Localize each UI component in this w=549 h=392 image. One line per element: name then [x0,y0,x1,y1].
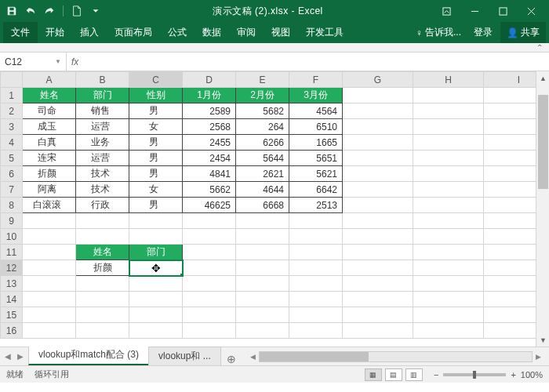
cell[interactable] [289,260,343,276]
cell[interactable] [343,245,413,260]
cell[interactable] [23,292,76,307]
row-header[interactable]: 10 [1,229,23,245]
cell[interactable] [236,213,289,229]
zoom-control[interactable]: − + 100% [434,370,543,379]
cell[interactable]: 6642 [289,182,343,198]
cell[interactable]: 姓名 [23,88,76,103]
cell[interactable] [76,323,129,339]
row-header[interactable]: 8 [1,198,23,213]
minimize-icon[interactable] [461,0,488,22]
cell[interactable] [413,88,484,103]
page-layout-view-icon[interactable]: ▤ [385,368,402,381]
tab-developer[interactable]: 开发工具 [298,22,351,43]
new-sheet-icon[interactable]: ⊕ [220,353,242,365]
tab-data[interactable]: 数据 [195,22,229,43]
cell[interactable]: 运营 [76,151,129,166]
cell[interactable]: 2589 [183,103,236,119]
new-icon[interactable] [70,4,84,18]
cell[interactable] [23,245,76,260]
cell[interactable] [343,103,413,119]
column-header[interactable]: H [413,72,484,88]
cell[interactable]: 女 [129,119,183,135]
cell[interactable] [23,213,76,229]
tab-view[interactable]: 视图 [264,22,298,43]
formula-input[interactable] [83,53,549,71]
cell[interactable] [76,276,129,292]
cell[interactable]: 男 [129,198,183,213]
cell[interactable] [183,292,236,307]
cell[interactable]: 部门 [129,245,183,260]
cell[interactable] [23,229,76,245]
cell[interactable] [343,229,413,245]
sheet-tab[interactable]: vlookup和 ... [148,347,221,365]
sheet-nav[interactable]: ◀▶ [0,352,28,361]
cell[interactable] [343,292,413,307]
cell[interactable]: 4841 [183,166,236,182]
cell[interactable]: 行政 [76,198,129,213]
cell[interactable] [343,119,413,135]
cell[interactable]: 5621 [289,166,343,182]
cell[interactable]: 6266 [236,135,289,151]
cell[interactable] [183,307,236,323]
cell[interactable] [289,292,343,307]
cell[interactable]: 司命 [23,103,76,119]
cell[interactable]: 折颜 [76,260,129,276]
cell[interactable] [413,245,484,260]
cell[interactable] [413,292,484,307]
cell[interactable]: 264 [236,119,289,135]
cell[interactable]: 运营 [76,119,129,135]
cell[interactable] [129,323,183,339]
cell[interactable] [413,119,484,135]
cell[interactable] [23,307,76,323]
row-header[interactable]: 15 [1,307,23,323]
cell[interactable] [129,307,183,323]
cell[interactable] [129,213,183,229]
cell[interactable] [289,245,343,260]
cell[interactable] [76,292,129,307]
column-header[interactable]: E [236,72,289,88]
cell[interactable] [236,292,289,307]
cell[interactable]: 技术 [76,166,129,182]
next-sheet-icon[interactable]: ▶ [17,352,24,361]
fx-icon[interactable]: fx [71,56,78,67]
select-all-corner[interactable] [1,72,23,88]
cell[interactable] [76,307,129,323]
qat-dropdown-icon[interactable] [89,4,103,18]
cell[interactable]: 折颜 [23,166,76,182]
row-header[interactable]: 13 [1,276,23,292]
column-header[interactable]: A [23,72,76,88]
cell[interactable] [413,213,484,229]
cell[interactable]: 2568 [183,119,236,135]
cell[interactable] [23,260,76,276]
cell[interactable]: 6668 [236,198,289,213]
cell[interactable] [236,276,289,292]
share-button[interactable]: 👤共享 [500,22,546,43]
cell[interactable] [289,213,343,229]
zoom-in-icon[interactable]: + [511,370,515,379]
cell[interactable]: 姓名 [76,245,129,260]
zoom-slider[interactable] [443,373,506,376]
cell[interactable] [183,245,236,260]
cell[interactable]: 性别 [129,88,183,103]
column-header[interactable]: D [183,72,236,88]
save-icon[interactable] [5,4,19,18]
cell[interactable]: 白真 [23,135,76,151]
cell[interactable] [289,323,343,339]
cell[interactable] [23,276,76,292]
row-header[interactable]: 9 [1,213,23,229]
column-header[interactable]: B [76,72,129,88]
signin-button[interactable]: 登录 [469,22,497,43]
tab-insert[interactable]: 插入 [72,22,107,43]
cell[interactable] [236,229,289,245]
cell[interactable]: 白滚滚 [23,198,76,213]
row-header[interactable]: 5 [1,151,23,166]
cell[interactable]: 4564 [289,103,343,119]
cell[interactable] [343,276,413,292]
scroll-thumb[interactable] [538,95,548,189]
cell[interactable] [343,135,413,151]
redo-icon[interactable] [42,4,56,18]
zoom-value[interactable]: 100% [521,370,543,379]
cell[interactable]: 2454 [183,151,236,166]
close-icon[interactable] [518,0,544,22]
cell[interactable]: 阿离 [23,182,76,198]
